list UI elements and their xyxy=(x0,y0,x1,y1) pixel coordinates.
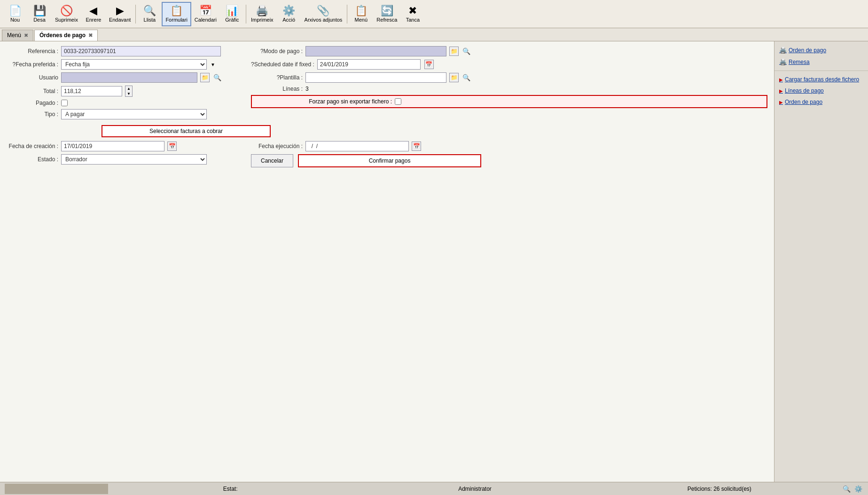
suprimeix-icon: 🚫 xyxy=(60,6,73,16)
fecha-preferida-select[interactable]: Fecha fija xyxy=(61,59,207,70)
sidebar-print-icon-2: 🖨️ xyxy=(779,58,787,65)
cancelar-btn[interactable]: Cancelar xyxy=(251,154,293,167)
toolbar-btn-arxius[interactable]: 📎 Arxivos adjuntos xyxy=(301,2,346,26)
fecha-ejecucion-cal-btn[interactable]: 📅 xyxy=(412,141,421,151)
fecha-creacion-cal-btn[interactable]: 📅 xyxy=(167,141,177,151)
tab-menu-label: Menú xyxy=(7,32,21,39)
toolbar-btn-nou[interactable]: 📄 Nou xyxy=(3,2,27,26)
tanca-label: Tanca xyxy=(406,17,420,23)
calendari-icon: 📅 xyxy=(199,6,212,16)
pagado-checkbox[interactable] xyxy=(61,100,68,106)
modo-pago-folder-btn[interactable]: 📁 xyxy=(449,47,459,56)
main-area: Referencia : ?Fecha preferida : Fecha fi… xyxy=(0,41,868,482)
desa-icon: 💾 xyxy=(33,6,46,16)
enrere-label: Enrere xyxy=(86,17,101,23)
tab-ordenes[interactable]: Órdenes de pago ✖ xyxy=(34,30,98,41)
seleccionar-btn[interactable]: Seleccionar facturas a cobrar xyxy=(102,125,271,137)
fecha-preferida-row: ?Fecha preferida : Fecha fija ▼ xyxy=(7,59,237,70)
pagado-label: Pagado : xyxy=(7,100,58,106)
endavant-icon: ▶ xyxy=(116,6,124,16)
plantilla-input[interactable] xyxy=(305,72,446,83)
referencia-input[interactable] xyxy=(61,46,221,56)
tab-ordenes-label: Órdenes de pago xyxy=(39,32,86,39)
dates-row: Fecha de creación : 📅 Fecha ejecución : … xyxy=(7,141,767,154)
forzar-pago-row: Forzar pago sin exportar fichero : xyxy=(251,95,767,108)
modo-pago-input[interactable] xyxy=(305,46,446,56)
plantilla-search-btn[interactable]: 🔍 xyxy=(461,74,471,81)
plantilla-row: ?Plantilla : 📁 🔍 xyxy=(251,72,767,83)
sidebar-item-remesa[interactable]: 🖨️ Remesa xyxy=(774,56,868,68)
tabbar: Menú ✖ Órdenes de pago ✖ xyxy=(0,28,868,41)
grafic-label: Gràfic xyxy=(225,17,239,23)
toolbar-btn-calendari[interactable]: 📅 Calendari xyxy=(191,2,220,26)
referencia-row: Referencia : xyxy=(7,46,237,56)
statusbar-search-btn[interactable]: 🔍 xyxy=(842,485,852,493)
modo-pago-row: ?Modo de pago : 📁 🔍 xyxy=(251,46,767,56)
enrere-icon: ◀ xyxy=(89,6,97,16)
sidebar-item-orden-pago2[interactable]: ▶ Orden de pago xyxy=(774,96,868,108)
toolbar-btn-formulari[interactable]: 📋 Formulari xyxy=(162,2,191,26)
calendari-label: Calendari xyxy=(195,17,217,23)
sidebar-remesa-label: Remesa xyxy=(789,59,810,65)
statusbar-peticions: Peticions: 26 solicitud(es) xyxy=(597,486,842,492)
usuario-row: Usuario 📁 🔍 xyxy=(7,72,237,83)
tanca-icon: ✖ xyxy=(408,6,417,16)
statusbar-user-value: Administrator xyxy=(458,486,492,492)
fecha-preferida-dropdown-icon: ▼ xyxy=(211,62,215,67)
tab-menu-close[interactable]: ✖ xyxy=(24,32,28,39)
confirmar-btn[interactable]: Confirmar pagos xyxy=(298,154,481,167)
accio-icon: ⚙️ xyxy=(282,6,295,16)
scheduled-date-cal-btn[interactable]: 📅 xyxy=(424,60,434,69)
usuario-input[interactable] xyxy=(61,72,197,83)
sidebar-item-lineas-pago[interactable]: ▶ Líneas de pago xyxy=(774,85,868,96)
pagado-row: Pagado : xyxy=(7,100,237,106)
toolbar-btn-grafic[interactable]: 📊 Gràfic xyxy=(220,2,244,26)
sidebar: 🖨️ Orden de pago 🖨️ Remesa ▶ Cargar fact… xyxy=(774,41,868,482)
toolbar-btn-accio[interactable]: ⚙️ Acció xyxy=(277,2,301,26)
statusbar-config-btn[interactable]: ⚙️ xyxy=(853,485,863,493)
nou-icon: 📄 xyxy=(9,6,22,16)
toolbar-btn-enrere[interactable]: ◀ Enrere xyxy=(81,2,106,26)
nou-label: Nou xyxy=(10,17,20,23)
toolbar-btn-llista[interactable]: 🔍 Llista xyxy=(137,2,162,26)
scheduled-date-row: ?Scheduled date if fixed : 📅 xyxy=(251,59,767,70)
sidebar-item-orden-pago[interactable]: 🖨️ Orden de pago xyxy=(774,44,868,56)
plantilla-label: ?Plantilla : xyxy=(251,74,303,81)
fecha-ejecucion-input[interactable] xyxy=(305,141,409,151)
fecha-preferida-label: ?Fecha preferida : xyxy=(7,61,58,68)
fecha-ejecucion-row: Fecha ejecución : 📅 xyxy=(251,141,767,151)
sidebar-item-cargar-facturas[interactable]: ▶ Cargar facturas desde fichero xyxy=(774,74,868,85)
form-columns: Referencia : ?Fecha preferida : Fecha fi… xyxy=(7,46,767,122)
scheduled-date-input[interactable] xyxy=(317,59,421,70)
toolbar-btn-menu[interactable]: 📋 Menú xyxy=(349,2,373,26)
usuario-folder-btn[interactable]: 📁 xyxy=(200,73,210,82)
menu-icon: 📋 xyxy=(355,6,368,16)
usuario-search-btn[interactable]: 🔍 xyxy=(212,74,222,81)
tipo-select[interactable]: A pagar xyxy=(61,109,207,119)
toolbar-sep-1 xyxy=(135,5,136,24)
plantilla-folder-btn[interactable]: 📁 xyxy=(449,73,459,82)
total-spinner-up[interactable]: ▲ xyxy=(125,86,132,91)
toolbar-btn-refresca[interactable]: 🔄 Refresca xyxy=(373,2,400,26)
modo-pago-search-btn[interactable]: 🔍 xyxy=(461,47,471,55)
arxius-icon: 📎 xyxy=(317,6,329,16)
forzar-pago-checkbox[interactable] xyxy=(395,98,401,105)
toolbar-btn-suprimeix[interactable]: 🚫 Suprimeix xyxy=(52,2,81,26)
toolbar-btn-tanca[interactable]: ✖ Tanca xyxy=(400,2,425,26)
form-col-right: ?Modo de pago : 📁 🔍 ?Scheduled date if f… xyxy=(237,46,767,122)
total-spinner: ▲ ▼ xyxy=(125,86,133,97)
toolbar-btn-endavant[interactable]: ▶ Endavant xyxy=(106,2,134,26)
estado-select[interactable]: Borrador xyxy=(61,154,207,165)
estado-row: Estado : Borrador xyxy=(7,154,237,165)
tab-menu[interactable]: Menú ✖ xyxy=(2,30,33,41)
formulari-label: Formulari xyxy=(165,17,187,23)
toolbar-btn-imprimeix[interactable]: 🖨️ Imprimeix xyxy=(248,2,277,26)
tab-ordenes-close[interactable]: ✖ xyxy=(88,32,93,39)
toolbar-btn-desa[interactable]: 💾 Desa xyxy=(27,2,52,26)
total-input[interactable] xyxy=(61,86,122,96)
sidebar-cargar-facturas-label: Cargar facturas desde fichero xyxy=(785,76,859,83)
fecha-creacion-input[interactable] xyxy=(61,141,164,151)
sidebar-arrow-3: ▶ xyxy=(779,100,783,105)
sidebar-arrow-1: ▶ xyxy=(779,77,783,82)
total-spinner-down[interactable]: ▼ xyxy=(125,91,132,96)
